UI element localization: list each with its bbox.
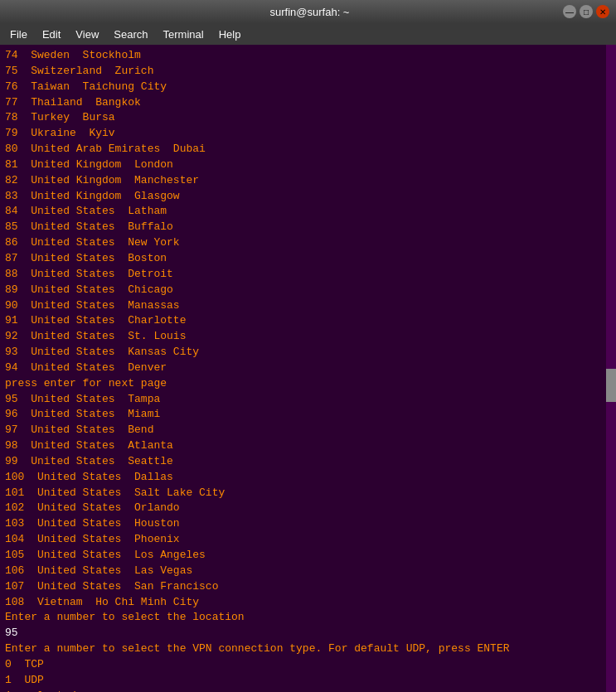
maximize-button[interactable]: □ (580, 5, 593, 18)
terminal-window: surfin@surfah: ~ — □ ✕ File Edit View Se… (0, 0, 616, 692)
scrollbar[interactable] (606, 45, 616, 692)
window-title: surfin@surfah: ~ (56, 6, 563, 18)
terminal-output: 74 Sweden Stockholm 75 Switzerland Zuric… (5, 48, 611, 692)
scrollbar-thumb[interactable] (606, 369, 616, 402)
menu-help[interactable]: Help (212, 27, 248, 42)
close-button[interactable]: ✕ (596, 5, 609, 18)
terminal-body[interactable]: 74 Sweden Stockholm 75 Switzerland Zuric… (0, 45, 616, 692)
menu-file[interactable]: File (3, 27, 34, 42)
menu-edit[interactable]: Edit (36, 27, 67, 42)
minimize-button[interactable]: — (563, 5, 576, 18)
menu-bar: File Edit View Search Terminal Help (0, 23, 616, 45)
window-controls: — □ ✕ (563, 5, 609, 18)
menu-search[interactable]: Search (107, 27, 154, 42)
menu-view[interactable]: View (69, 27, 105, 42)
title-bar: surfin@surfah: ~ — □ ✕ (0, 0, 616, 23)
menu-terminal[interactable]: Terminal (157, 27, 211, 42)
